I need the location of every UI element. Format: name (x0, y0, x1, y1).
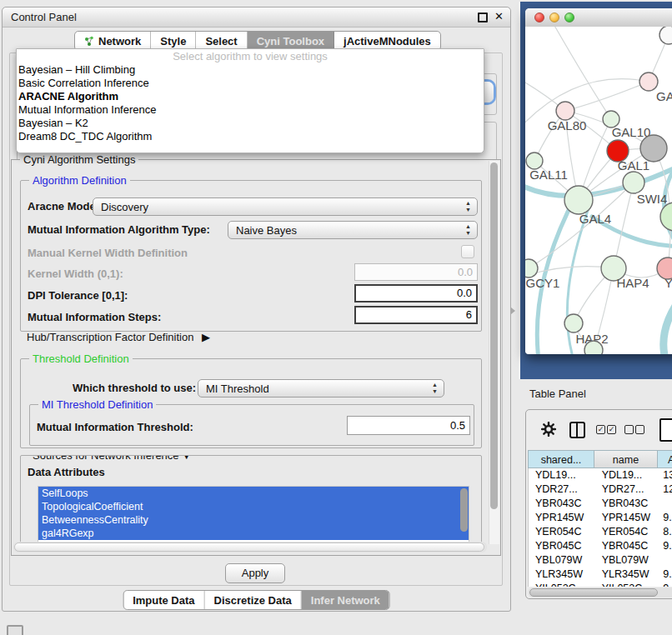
mi-steps-field[interactable]: 6 (354, 306, 478, 324)
tab-label: jActiveMNodules (344, 35, 431, 48)
mi-threshold-label: Mutual Information Threshold: (37, 421, 193, 433)
sources-group: Sources for Network Inference ▼ Data Att… (20, 455, 482, 548)
sources-title-text: Sources for Network Inference (33, 455, 179, 462)
table-row[interactable]: YPR145WYPR145W9. (529, 511, 672, 525)
table-row[interactable]: YLR345WYLR345W9. (529, 568, 672, 582)
unchecked-checkbox-icon[interactable] (624, 425, 634, 434)
table-cell: YBR045C (529, 539, 595, 553)
table-cell: YDR27... (595, 482, 659, 497)
table-cell (658, 497, 672, 511)
dpi-tolerance-field[interactable]: 0.0 (354, 284, 478, 302)
network-node-hap2[interactable] (564, 314, 583, 332)
attribute-list-item[interactable]: SelfLoops (38, 487, 469, 500)
gear-icon[interactable] (541, 422, 556, 437)
network-node-gal2[interactable] (639, 72, 658, 91)
table-row[interactable]: YDL19...YDL19...13 (529, 468, 672, 482)
apply-button[interactable]: Apply (225, 563, 285, 583)
network-view-window[interactable]: GAL2GAL80GAL10GAL1GAL11SWI4GAL4GCY1HAP4Y… (525, 8, 672, 354)
algorithm-option[interactable]: Basic Correlation Inference (17, 77, 484, 90)
network-node[interactable] (659, 27, 672, 44)
list-scrollbar-thumb[interactable] (460, 488, 468, 532)
algorithm-option[interactable]: Bayesian – K2 (17, 117, 484, 130)
table-row[interactable]: YBR043CYBR043C (529, 497, 672, 511)
tab-style[interactable]: Style (151, 32, 196, 50)
zoom-traffic-icon[interactable] (564, 12, 574, 22)
tab-cyni-toolbox[interactable]: Cyni Toolbox (248, 32, 334, 50)
mi-threshold-definition-title: MI Threshold Definition (38, 398, 156, 411)
unchecked-checkbox-icon[interactable] (635, 425, 644, 434)
network-node-label: GAL11 (529, 168, 568, 182)
table-cell: 13 (658, 468, 672, 482)
table-horizontal-scrollbar[interactable] (528, 588, 672, 598)
algorithm-option[interactable]: Mutual Information Inference (17, 103, 484, 117)
minimize-traffic-icon[interactable] (549, 12, 559, 22)
restore-panel-icon[interactable] (7, 625, 23, 635)
tab-network[interactable]: Network (75, 32, 151, 50)
splitter-collapse-arrow[interactable] (511, 308, 515, 314)
attribute-list-item[interactable]: BetweennessCentrality (38, 513, 469, 527)
network-canvas[interactable]: GAL2GAL80GAL10GAL1GAL11SWI4GAL4GCY1HAP4Y… (525, 27, 672, 354)
columns-icon[interactable] (569, 422, 585, 438)
table-column-header[interactable]: shared... (528, 450, 594, 468)
which-threshold-select[interactable]: MI Threshold ▲▼ (198, 379, 444, 398)
settings-vertical-scrollbar[interactable] (489, 161, 499, 544)
table-column-header[interactable]: name (594, 450, 658, 468)
network-node-gal11[interactable] (526, 152, 543, 169)
settings-horizontal-scrollbar[interactable] (13, 542, 487, 552)
network-node[interactable] (660, 202, 672, 231)
settings-group-title: Cyni Algorithm Settings (20, 153, 138, 166)
table-cell: YER054C (529, 525, 595, 539)
algorithm-option[interactable]: Dream8 DC_TDC Algorithm (17, 130, 484, 143)
float-window-icon[interactable] (478, 12, 488, 22)
table-cell: YBL079W (595, 553, 659, 568)
mi-type-select[interactable]: Naive Bayes ▲▼ (228, 221, 478, 239)
attribute-list-item[interactable]: gal4RGexp (38, 527, 469, 540)
mi-threshold-definition-group: MI Threshold Definition Mutual Informati… (29, 404, 474, 446)
table-sheet-icon[interactable] (659, 418, 672, 442)
network-node[interactable] (640, 135, 667, 162)
bottom-tab-impute-data[interactable]: Impute Data (123, 591, 204, 609)
tab-select[interactable]: Select (196, 32, 247, 50)
mi-threshold-field[interactable]: 0.5 (347, 416, 470, 435)
table-row[interactable]: YBR045CYBR045C9. (529, 539, 672, 553)
network-icon (84, 36, 94, 47)
data-attributes-list[interactable]: SelfLoopsTopologicalCoefficientBetweenne… (38, 486, 469, 542)
table-column-header[interactable]: A (658, 450, 672, 468)
network-node-swi4[interactable] (623, 172, 644, 193)
close-icon[interactable]: ✕ (494, 10, 504, 22)
network-node-gcy1[interactable] (525, 259, 538, 278)
network-window-titlebar[interactable] (525, 8, 672, 28)
table-row[interactable]: YIL052CYIL052C9 (529, 582, 672, 587)
spinner-arrows-icon: ▲▼ (465, 200, 471, 213)
close-traffic-icon[interactable] (534, 12, 544, 22)
table-hscrollbar-thumb[interactable] (529, 588, 658, 597)
aracne-mode-select[interactable]: Discovery ▲▼ (93, 198, 478, 216)
checked-checkbox-icon[interactable]: ✓ (596, 425, 605, 434)
bottom-tab-infer-network[interactable]: Infer Network (302, 591, 389, 609)
tab-jactivemnodules[interactable]: jActiveMNodules (334, 32, 440, 50)
table-cell: YPR145W (595, 511, 659, 525)
kernel-width-field[interactable]: 0.0 (354, 263, 478, 281)
network-node-gal80[interactable] (556, 102, 574, 120)
algorithm-option[interactable]: ARACNE Algorithm (17, 90, 484, 103)
checked-checkbox-icon[interactable]: ✓ (607, 425, 616, 434)
horizontal-scrollbar-thumb[interactable] (14, 542, 484, 552)
network-graph[interactable]: GAL2GAL80GAL10GAL1GAL11SWI4GAL4GCY1HAP4Y… (525, 27, 672, 354)
table-row[interactable]: YBL079WYBL079W (529, 553, 672, 568)
vertical-scrollbar-thumb[interactable] (490, 162, 498, 509)
table-row[interactable]: YDR27...YDR27...12 (529, 482, 672, 497)
network-node-label: HAP4 (616, 276, 649, 290)
bottom-tab-discretize-data[interactable]: Discretize Data (205, 591, 302, 609)
network-node-gal4[interactable] (564, 186, 593, 214)
manual-kernel-checkbox[interactable] (461, 245, 474, 258)
hub-definition-section[interactable]: Hub/Transcription Factor Definition ▶ (27, 331, 210, 343)
attribute-list-item[interactable]: TopologicalCoefficient (38, 500, 469, 513)
table-row[interactable]: YER054CYER054C8. (529, 525, 672, 539)
algorithm-option[interactable]: Bayesian – Hill Climbing (17, 63, 484, 77)
collapsed-arrow-icon[interactable]: ▶ (202, 331, 210, 343)
tab-label: Select (205, 35, 237, 48)
expanded-arrow-icon[interactable]: ▼ (182, 455, 191, 461)
mi-type-value: Naive Bayes (236, 224, 297, 237)
network-node[interactable] (584, 341, 603, 354)
table-cell: YDR27... (529, 482, 595, 497)
